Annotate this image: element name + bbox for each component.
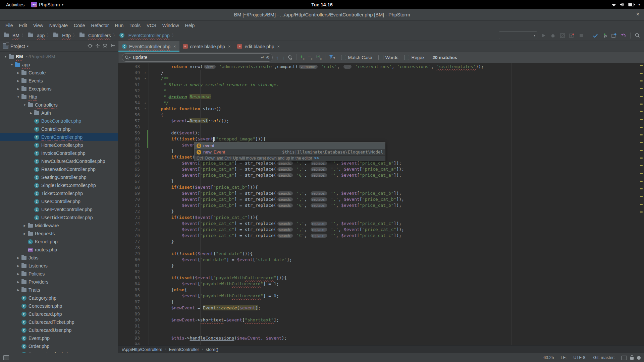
completion-hint-link[interactable]: >> [314,156,319,161]
tree-item-Event-php[interactable]: CEvent.php [0,334,118,342]
tree-item-EventController-php[interactable]: CEventController.php [0,133,118,141]
system-tray[interactable]: ▾ [611,2,644,7]
tree-item-Controllers[interactable]: ▼Controllers [0,101,118,109]
tree-expand-arrow-icon[interactable]: ▼ [22,104,28,107]
tree-item-Culturecard-php[interactable]: CCulturecard.php [0,310,118,318]
clock[interactable]: Tue 14:16 [311,2,333,7]
error-stripe[interactable] [639,63,643,345]
tree-item-Exceptions[interactable]: ▶Exceptions [0,85,118,93]
fold-up-icon[interactable]: ▴ [145,70,146,76]
breadcrumb-item-eventcontroller-php[interactable]: CEventController.php [119,33,170,38]
regex-checkbox[interactable]: Regex [404,55,424,60]
search-match-stripe-mark[interactable] [640,88,643,89]
code-line-56[interactable]: { [150,112,644,118]
frame-icon[interactable] [622,356,627,360]
code-line-88[interactable]: $newEvent = Event::create($event); [150,305,644,311]
tree-item-SeatingController-php[interactable]: CSeatingController.php [0,173,118,181]
tab-edit-blade-php[interactable]: ≡edit.blade.php× [234,41,283,52]
tree-item-UserTicketController-php[interactable]: CUserTicketController.php [0,214,118,222]
tree-item-Controller-php[interactable]: CController.php [0,125,118,133]
line-ending-indicator[interactable]: LF: [560,355,567,360]
search-field[interactable]: ▾ ↵ ⊗ [122,53,273,62]
search-match-stripe-mark[interactable] [640,111,643,112]
tree-collapse-arrow-icon[interactable]: ▶ [28,112,34,115]
tree-item-HomeController-php[interactable]: CHomeController.php [0,141,118,149]
menu-navigate[interactable]: Navigate [47,22,70,29]
match-case-checkbox[interactable]: Match Case [341,55,372,60]
code-area[interactable]: return view(view: 'admin.events.create',… [149,63,644,345]
tab-create-blade-php[interactable]: ≡create.blade.php× [179,41,234,52]
fold-down-icon[interactable]: ▾ [145,106,146,112]
tree-item-UserController-php[interactable]: CUserController.php [0,197,118,205]
tree-item-Category-php[interactable]: CCategory.php [0,294,118,302]
window-close-button[interactable]: × [636,11,639,17]
select-all-occurrences-button[interactable]: II [316,54,322,61]
menu-code[interactable]: Code [71,22,88,29]
code-line-72[interactable]: } [150,208,644,215]
tree-item-TicketController-php[interactable]: CTicketController.php [0,189,118,197]
tree-item-Http[interactable]: ▼Http [0,93,118,101]
menu-edit[interactable]: Edit [16,22,30,29]
search-match-stripe-mark[interactable] [640,212,643,213]
search-match-stripe-mark[interactable] [640,134,643,135]
tree-item-routes-php[interactable]: phproutes.php [0,246,118,254]
menu-vcs[interactable]: VCS [144,22,159,29]
tree-item-Kernel-php[interactable]: CKernel.php [0,238,118,246]
tree-collapse-arrow-icon[interactable]: ▶ [15,87,21,90]
remove-occurrence-button[interactable]: −II [308,54,313,61]
search-match-stripe-mark[interactable] [640,188,643,189]
search-match-stripe-mark[interactable] [640,158,643,159]
tab-close-icon[interactable]: × [228,44,231,49]
menu-file[interactable]: File [3,22,16,29]
update-project-button[interactable] [592,32,598,39]
tree-item-Jobs[interactable]: ▶Jobs [0,254,118,262]
encoding-indicator[interactable]: UTF-8: [574,355,587,360]
tree-item-app[interactable]: ▼app [0,61,118,69]
newline-icon[interactable]: ↵ [261,55,264,60]
code-line-70[interactable]: $event["price_cat_b"] = str_replace(sear… [150,196,644,202]
tree-item-Order-php[interactable]: COrder.php [0,342,118,350]
code-line-48[interactable]: return view(view: 'admin.events.create',… [150,64,644,70]
tree-item-Auth[interactable]: ▶Auth [0,109,118,117]
code-line-78[interactable] [150,245,644,251]
menu-window[interactable]: Window [160,22,182,29]
code-line-94[interactable] [150,341,644,345]
search-match-stripe-mark[interactable] [640,173,643,174]
menu-tools[interactable]: Tools [127,22,143,29]
run-button[interactable] [540,32,547,39]
rollback-button[interactable] [620,32,627,39]
code-line-81[interactable]: } [150,263,644,269]
tree-collapse-arrow-icon[interactable]: ▶ [15,289,21,292]
filter-button[interactable]: ▾ [329,54,335,60]
tree-item-Concession-php[interactable]: CConcession.php [0,302,118,310]
tree-item-Providers[interactable]: ▶Providers [0,278,118,286]
fold-down-icon[interactable]: ▾ [145,76,146,82]
tree-item-Events[interactable]: ▶Events [0,77,118,85]
completion-item[interactable]: $event [195,142,385,149]
code-line-80[interactable]: $event["end_date"] = $event["start_date"… [150,257,644,263]
search-everywhere-icon[interactable] [634,32,641,39]
tree-item-Console[interactable]: ▶Console [0,69,118,77]
code-line-65[interactable]: $event["price_cat_a"] = str_replace(sear… [150,166,644,172]
search-match-stripe-mark[interactable] [640,119,643,120]
bottom-breadcrumb-item[interactable]: EventController [169,347,199,352]
words-checkbox[interactable]: Words [378,55,398,60]
tab-close-icon[interactable]: × [173,44,176,49]
previous-occurrence-button[interactable]: ↑ [276,55,279,60]
add-occurrence-button[interactable]: +II [300,54,305,61]
code-line-58[interactable] [150,124,644,130]
breadcrumb-item-bm[interactable]: BM [3,33,19,38]
code-line-93[interactable]: $this->handleConcessions($newEvent, $eve… [150,335,644,341]
next-occurrence-button[interactable]: ↓ [282,55,285,60]
locate-file-button[interactable] [88,43,93,49]
activities-button[interactable]: Activities [4,1,26,8]
tree-item-CulturecardTicket-php[interactable]: CCulturecardTicket.php [0,318,118,326]
tree-collapse-arrow-icon[interactable]: ▶ [15,71,21,74]
inspections-icon[interactable] [637,356,641,360]
tree-collapse-arrow-icon[interactable]: ▶ [15,256,21,259]
tree-collapse-arrow-icon[interactable]: ▶ [15,273,21,276]
code-line-69[interactable]: $event["price_cat_b"] = str_replace(sear… [150,190,644,196]
code-line-66[interactable]: $event["price_cat_a"] = str_replace(sear… [150,172,644,178]
tab-EventController-php[interactable]: CEventController.php× [118,41,179,52]
search-match-stripe-mark[interactable] [640,127,643,128]
